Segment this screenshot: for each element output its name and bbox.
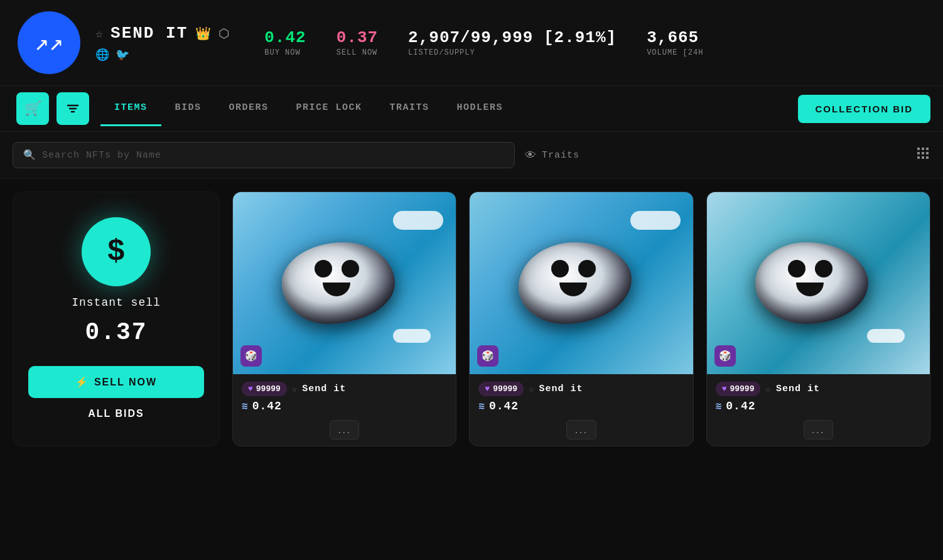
nft-card-title-row-2: ♥ 99999 ☆ Send it: [478, 382, 684, 396]
svg-rect-7: [922, 152, 924, 154]
sell-now-label: SELL NOW: [94, 377, 157, 388]
collection-bid-button[interactable]: COLLECTION BID: [798, 95, 931, 123]
sell-now-stat: 0.37 SELL NOW: [337, 28, 378, 57]
nft-star-1[interactable]: ☆: [292, 384, 297, 394]
nft-more-button-1[interactable]: ...: [330, 420, 359, 439]
eth-icon-2: ≋: [478, 400, 485, 412]
nft-more-button-3[interactable]: ...: [804, 420, 833, 439]
nft-blob-2: [519, 236, 644, 330]
collection-title-row: ☆ SEND IT 👑 ⬡: [95, 24, 229, 43]
header-stats: 0.42 BUY NOW 0.37 SELL NOW 2,907/99,999 …: [264, 28, 703, 57]
nft-token-badge-3: ♥ 99999: [716, 382, 761, 396]
cloud2-3: [867, 329, 905, 343]
nft-card-title-row-1: ♥ 99999 ☆ Send it: [242, 382, 447, 396]
instant-sell-value: 0.37: [85, 319, 147, 346]
buy-now-label: BUY NOW: [264, 48, 306, 57]
eye-off-icon: 👁: [525, 149, 537, 162]
nft-image-2: 🎲: [470, 192, 692, 374]
blob-eye-left-2: [551, 260, 569, 277]
nft-star-3[interactable]: ☆: [765, 384, 770, 394]
collection-title: SEND IT: [110, 24, 188, 43]
svg-rect-10: [922, 156, 924, 159]
nft-more-button-2[interactable]: ...: [566, 420, 596, 439]
lightning-icon: ⚡: [75, 376, 89, 388]
sell-now-value: 0.37: [337, 28, 378, 47]
svg-rect-8: [926, 152, 929, 154]
nft-card-footer-1: ♥ 99999 ☆ Send it ≋ 0.42: [233, 374, 456, 420]
crown-icon: 👑: [195, 26, 211, 41]
cloud2: [393, 329, 431, 343]
nft-price-2: 0.42: [489, 400, 519, 412]
heart-icon-3: ♥: [722, 384, 727, 394]
main-content: $ Instant sell 0.37 ⚡ SELL NOW ALL BIDS …: [0, 179, 943, 459]
nft-name-1: Send it: [302, 384, 346, 394]
token-id-3: 99999: [730, 384, 754, 394]
nav-bar: 🛒 ITEMS BIDS ORDERS PRICE LOCK TRAITS HO…: [0, 86, 943, 132]
tab-orders[interactable]: ORDERS: [215, 91, 283, 126]
twitter-icon[interactable]: 🐦: [116, 48, 129, 62]
nft-price-3: 0.42: [726, 400, 755, 412]
nft-card-2[interactable]: 🎲 ♥ 99999 ☆ Send it ≋ 0.42 ...: [469, 191, 693, 446]
sell-now-label: SELL NOW: [337, 48, 378, 57]
dice-badge-3: 🎲: [714, 345, 736, 367]
nft-card-title-row-3: ♥ 99999 ☆ Send it: [716, 382, 921, 396]
cloud1: [393, 211, 443, 230]
filter-icon: [66, 102, 80, 116]
svg-rect-11: [926, 156, 929, 159]
nft-card-3[interactable]: 🎲 ♥ 99999 ☆ Send it ≋ 0.42 ...: [706, 191, 930, 446]
traits-label: Traits: [542, 150, 579, 161]
filter-button[interactable]: [57, 92, 89, 125]
svg-rect-5: [926, 148, 929, 150]
grid-icon: [915, 146, 930, 161]
tab-traits[interactable]: TRAITS: [376, 91, 443, 126]
dollar-circle: $: [82, 217, 151, 286]
nft-name-3: Send it: [776, 384, 820, 394]
buy-now-value: 0.42: [264, 28, 306, 47]
volume-stat: 3,665 VOLUME [24H: [647, 28, 703, 57]
instant-sell-card: $ Instant sell 0.37 ⚡ SELL NOW ALL BIDS: [13, 191, 220, 446]
avatar-icon: ↗↗: [35, 28, 63, 57]
volume-value: 3,665: [647, 28, 703, 47]
blob-eye-right: [342, 260, 359, 277]
search-input-wrapper: 🔍: [13, 142, 515, 168]
buy-now-stat: 0.42 BUY NOW: [264, 28, 306, 57]
all-bids-button[interactable]: ALL BIDS: [88, 408, 144, 419]
cart-button[interactable]: 🛒: [16, 92, 49, 125]
search-bar-row: 🔍 👁 Traits: [0, 132, 943, 179]
header: ↗↗ ☆ SEND IT 👑 ⬡ 🌐 🐦 0.42 BUY NOW 0.37 S…: [0, 0, 943, 86]
grid-view-button[interactable]: [915, 146, 930, 164]
blob-eye-left: [315, 260, 332, 277]
nft-image-1: 🎲: [233, 192, 456, 374]
traits-button[interactable]: 👁 Traits: [525, 149, 579, 162]
globe-icon[interactable]: 🌐: [95, 48, 109, 62]
token-id-1: 99999: [256, 384, 281, 394]
social-icons: 🌐 🐦: [95, 48, 229, 62]
tab-hodlers[interactable]: HODLERS: [443, 91, 517, 126]
search-input[interactable]: [42, 150, 504, 161]
sell-now-button[interactable]: ⚡ SELL NOW: [28, 366, 204, 398]
tab-items[interactable]: ITEMS: [100, 91, 161, 126]
svg-rect-3: [917, 148, 920, 150]
search-icon: 🔍: [23, 149, 36, 161]
nft-name-2: Send it: [539, 384, 583, 394]
cloud1-2: [630, 211, 681, 230]
tab-bids[interactable]: BIDS: [161, 91, 215, 126]
nft-token-badge-2: ♥ 99999: [478, 382, 524, 396]
nft-card-footer-2: ♥ 99999 ☆ Send it ≋ 0.42: [470, 374, 692, 420]
nft-card-footer-3: ♥ 99999 ☆ Send it ≋ 0.42: [707, 374, 930, 420]
eth-icon-1: ≋: [242, 400, 249, 412]
nft-price-1: 0.42: [252, 400, 282, 412]
nft-blob-3: [755, 236, 881, 330]
instant-sell-label: Instant sell: [72, 296, 161, 309]
nft-price-row-1: ≋ 0.42: [242, 400, 447, 412]
avatar: ↗↗: [18, 11, 80, 74]
svg-rect-4: [922, 148, 924, 150]
tab-price-lock[interactable]: PRICE LOCK: [283, 91, 376, 126]
favorite-icon[interactable]: ☆: [95, 26, 103, 41]
listed-supply-label: LISTED/SUPPLY: [408, 48, 617, 57]
nft-grid: 🎲 ♥ 99999 ☆ Send it ≋ 0.42 ...: [232, 191, 930, 446]
nft-card-1[interactable]: 🎲 ♥ 99999 ☆ Send it ≋ 0.42 ...: [232, 191, 456, 446]
collection-info: ☆ SEND IT 👑 ⬡ 🌐 🐦: [95, 24, 229, 62]
nft-star-2[interactable]: ☆: [529, 384, 534, 394]
nft-token-badge-1: ♥ 99999: [242, 382, 287, 396]
